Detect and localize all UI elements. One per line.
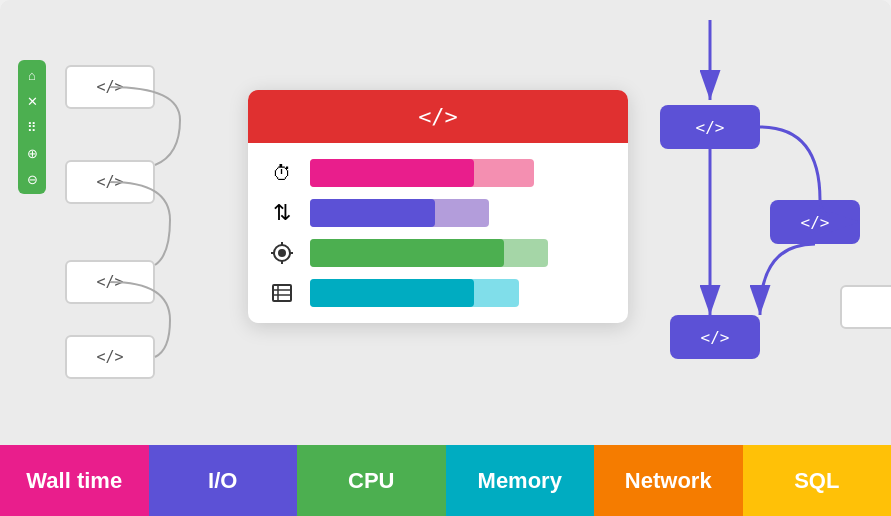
legend-io[interactable]: I/O (149, 445, 298, 516)
memory-bar (310, 279, 608, 307)
node-label: </> (96, 273, 123, 291)
popup-card: </> ⏱ ⇅ (248, 90, 628, 323)
node-white-right (840, 285, 891, 329)
metric-row-io: ⇅ (268, 199, 608, 227)
memory-icon (268, 279, 296, 307)
node-label: </> (701, 328, 730, 347)
legend-network[interactable]: Network (594, 445, 743, 516)
minus-icon[interactable]: ⊖ (22, 169, 42, 189)
legend-cpu[interactable]: CPU (297, 445, 446, 516)
legend-sql[interactable]: SQL (743, 445, 892, 516)
svg-point-3 (278, 249, 286, 257)
grid-icon[interactable]: ⠿ (22, 117, 42, 137)
walltime-bar (310, 159, 608, 187)
cpu-icon (268, 239, 296, 267)
plus-icon[interactable]: ⊕ (22, 143, 42, 163)
clock-icon: ⏱ (268, 159, 296, 187)
metric-row-cpu (268, 239, 608, 267)
node-left-mid2[interactable]: </> (65, 260, 155, 304)
scissors-icon[interactable]: ✕ (22, 91, 42, 111)
home-icon[interactable]: ⌂ (22, 65, 42, 85)
metric-row-walltime: ⏱ (268, 159, 608, 187)
node-left-top[interactable]: </> (65, 65, 155, 109)
legend-bar: Wall time I/O CPU Memory Network SQL (0, 445, 891, 516)
node-purple-mid[interactable]: </> (770, 200, 860, 244)
cpu-bar (310, 239, 608, 267)
toolbar[interactable]: ⌂ ✕ ⠿ ⊕ ⊖ (18, 60, 46, 194)
io-icon: ⇅ (268, 199, 296, 227)
node-left-bot[interactable]: </> (65, 335, 155, 379)
popup-header: </> (248, 90, 628, 143)
node-label: </> (696, 118, 725, 137)
node-label: </> (96, 173, 123, 191)
io-bar (310, 199, 608, 227)
node-label: </> (96, 348, 123, 366)
legend-memory[interactable]: Memory (446, 445, 595, 516)
legend-walltime[interactable]: Wall time (0, 445, 149, 516)
main-canvas: ⌂ ✕ ⠿ ⊕ ⊖ </> </> </> </> </> </> </> (0, 0, 891, 445)
node-label: </> (96, 78, 123, 96)
popup-body: ⏱ ⇅ (248, 143, 628, 323)
node-left-mid1[interactable]: </> (65, 160, 155, 204)
svg-rect-9 (273, 285, 291, 301)
node-label: </> (801, 213, 830, 232)
node-purple-top[interactable]: </> (660, 105, 760, 149)
metric-row-memory (268, 279, 608, 307)
node-purple-bot[interactable]: </> (670, 315, 760, 359)
